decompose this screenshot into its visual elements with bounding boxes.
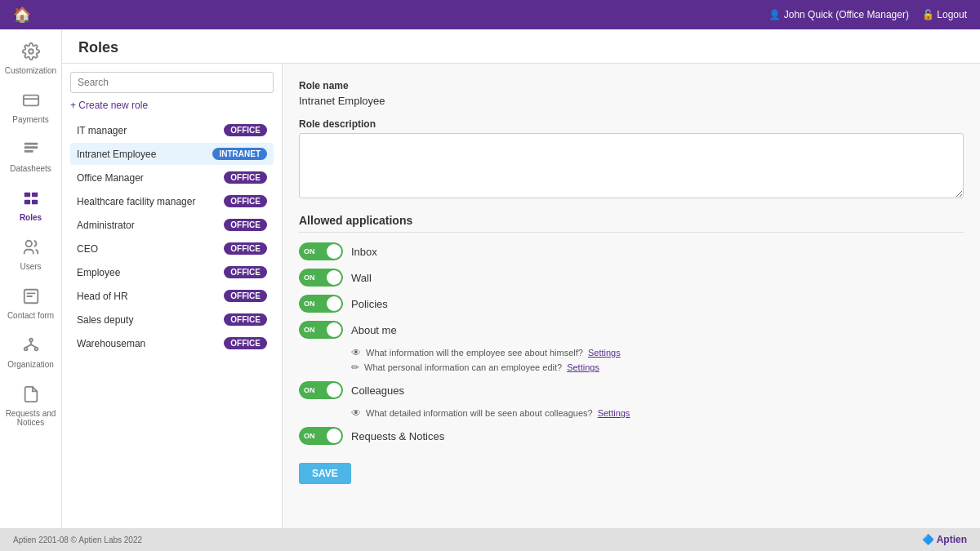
topbar-right: 👤 John Quick (Office Manager) 🔓 Logout [768,9,967,20]
svg-rect-8 [31,200,37,205]
settings-link-3[interactable]: Settings [598,408,630,418]
role-name-label: Role name [299,80,964,91]
contact-icon [22,287,40,309]
eye-icon-2: 👁 [351,407,361,419]
app-label-wall: Wall [351,272,372,284]
role-item-ceo[interactable]: CEO OFFICE [70,238,274,260]
toggle-requests[interactable]: ON [299,427,343,445]
pencil-icon-1: ✏ [351,362,359,373]
svg-rect-6 [31,193,37,198]
topbar: 🏠 👤 John Quick (Office Manager) 🔓 Logout [0,0,980,29]
role-item-administrator[interactable]: Administrator OFFICE [70,214,274,236]
role-item-head-hr[interactable]: Head of HR OFFICE [70,285,274,307]
svg-point-9 [25,241,31,247]
svg-rect-2 [24,143,38,145]
svg-point-13 [34,348,38,351]
sidebar-label-customization: Customization [5,66,56,75]
layout: Customization Payments Datasheets [0,29,980,528]
sidebar-item-requests[interactable]: Requests and Notices [0,379,61,433]
svg-rect-3 [24,146,38,149]
content-area: + Create new role IT manager OFFICE Intr… [62,64,980,528]
app-row-about-me: ON About me [299,321,964,339]
sidebar-label-users: Users [20,262,41,271]
role-name-value: Intranet Employee [299,95,964,107]
logout-button[interactable]: 🔓 Logout [922,9,967,20]
sidebar-label-payments: Payments [12,115,48,124]
app-row-wall: ON Wall [299,269,964,287]
sidebar-label-datasheets: Datasheets [10,164,51,173]
app-label-about-me: About me [351,324,397,336]
sidebar-label-requests: Requests and Notices [3,409,58,427]
app-label-policies: Policies [351,298,388,310]
users-icon [22,238,40,260]
toggle-policies[interactable]: ON [299,295,343,313]
role-detail: Role name Intranet Employee Role descrip… [283,64,980,528]
toggle-wall[interactable]: ON [299,269,343,287]
roles-icon [22,189,40,211]
footer-logo: 🔷 Aptien [922,534,967,545]
svg-point-0 [29,49,33,54]
role-item-sales-deputy[interactable]: Sales deputy OFFICE [70,309,274,331]
app-label-requests: Requests & Notices [351,430,444,442]
svg-rect-4 [24,150,33,153]
sidebar-item-customization[interactable]: Customization [0,36,61,82]
role-item-employee[interactable]: Employee OFFICE [70,261,274,283]
page-title: Roles [78,39,964,56]
svg-point-12 [24,348,27,351]
role-desc-label: Role description [299,118,964,130]
requests-icon [22,385,40,407]
settings-link-2[interactable]: Settings [567,362,599,372]
about-me-info-2: ✏ What personal information can an emplo… [351,362,964,373]
svg-point-11 [29,339,33,342]
role-description-textarea[interactable] [299,133,964,198]
org-icon [22,336,40,358]
app-row-policies: ON Policies [299,295,964,313]
datasheets-icon [22,140,40,162]
toggle-inbox[interactable]: ON [299,242,343,260]
role-item-intranet-employee[interactable]: Intranet Employee INTRANET [70,143,274,165]
role-item-warehouseman[interactable]: Warehouseman OFFICE [70,332,274,354]
sidebar-item-payments[interactable]: Payments [0,85,61,131]
svg-rect-7 [24,200,29,205]
svg-rect-1 [23,96,38,106]
footer: Aptien 2201-08 © Aptien Labs 2022 🔷 Apti… [0,528,980,551]
sidebar-item-roles[interactable]: Roles [0,183,61,229]
app-label-inbox: Inbox [351,246,377,258]
page-header: Roles [62,29,980,64]
svg-rect-5 [24,193,29,198]
user-info: 👤 John Quick (Office Manager) [768,9,909,20]
role-item-it-manager[interactable]: IT manager OFFICE [70,119,274,141]
payments-icon [22,91,40,113]
toggle-about-me[interactable]: ON [299,321,343,339]
sidebar: Customization Payments Datasheets [0,29,62,528]
role-item-healthcare[interactable]: Healthcare facility manager OFFICE [70,190,274,212]
main-content: Roles + Create new role IT manager OFFIC… [62,29,980,528]
gear-icon [22,42,40,64]
settings-link-1[interactable]: Settings [588,348,621,358]
toggle-colleagues[interactable]: ON [299,381,343,399]
sidebar-item-organization[interactable]: Organization [0,330,61,375]
app-row-inbox: ON Inbox [299,242,964,260]
search-input[interactable] [70,72,274,93]
footer-copyright: Aptien 2201-08 © Aptien Labs 2022 [13,535,142,544]
topbar-left: 🏠 [13,6,31,24]
colleagues-info-1: 👁 What detailed information will be seen… [351,407,964,419]
app-row-requests: ON Requests & Notices [299,427,964,445]
role-item-office-manager[interactable]: Office Manager OFFICE [70,167,274,189]
sidebar-item-contact-form[interactable]: Contact form [0,281,61,327]
sidebar-label-organization: Organization [7,360,54,369]
sidebar-label-contact: Contact form [7,311,54,320]
roles-list: + Create new role IT manager OFFICE Intr… [62,64,283,528]
sidebar-item-datasheets[interactable]: Datasheets [0,134,61,180]
sidebar-item-users[interactable]: Users [0,232,61,278]
allowed-apps-title: Allowed applications [299,214,964,233]
home-icon[interactable]: 🏠 [13,6,31,24]
eye-icon-1: 👁 [351,347,361,358]
about-me-info-1: 👁 What information will the employee see… [351,347,964,358]
create-new-role-button[interactable]: + Create new role [70,100,274,111]
save-button[interactable]: SAVE [299,463,351,484]
app-label-colleagues: Colleagues [351,384,404,397]
app-row-colleagues: ON Colleagues [299,381,964,399]
sidebar-label-roles: Roles [20,213,42,222]
